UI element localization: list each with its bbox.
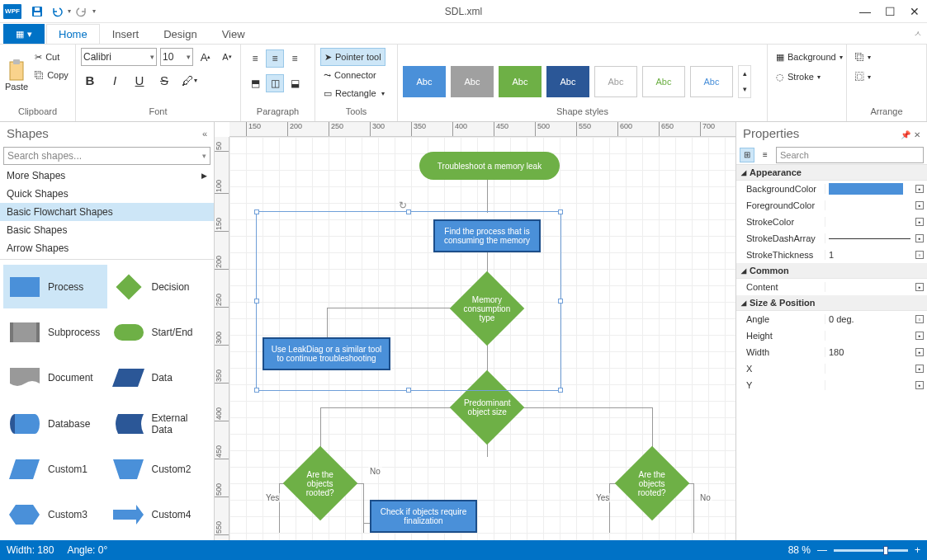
node-rooted-right[interactable]: Are the objects rooted? — [615, 446, 690, 521]
edge-label: No — [698, 493, 712, 502]
categorized-view-button[interactable]: ⊞ — [740, 148, 754, 162]
grow-font-button[interactable]: A▴ — [196, 48, 215, 66]
status-angle: Angle: 0° — [67, 544, 107, 556]
style-tile-outline-blue[interactable]: Abc — [690, 66, 733, 97]
tab-insert[interactable]: Insert — [100, 24, 152, 44]
collapse-icon[interactable]: « — [202, 129, 207, 139]
node-memory-type[interactable]: Memory consumption type — [450, 271, 525, 346]
style-tile-blue[interactable]: Abc — [403, 66, 446, 97]
shape-item-data[interactable]: Data — [107, 356, 211, 400]
shrink-font-button[interactable]: A▾ — [218, 48, 236, 66]
zoom-in-button[interactable]: + — [915, 544, 920, 556]
zoom-slider[interactable] — [834, 549, 908, 552]
shape-item-externaldata[interactable]: External Data — [107, 402, 211, 445]
shape-item-document[interactable]: Document — [3, 356, 107, 400]
prop-width[interactable]: Width180▪ — [736, 344, 927, 360]
prop-strokethickness[interactable]: StrokeThickness1▫ — [736, 247, 927, 263]
rotate-handle-icon[interactable]: ↻ — [399, 200, 407, 211]
prop-backgroundcolor[interactable]: BackgroundColor▪ — [736, 181, 927, 197]
valign-top-button[interactable]: ⬒ — [246, 74, 264, 92]
prop-x[interactable]: X▪ — [736, 360, 927, 377]
style-tile-outline-green[interactable]: Abc — [642, 66, 685, 97]
arrange-button-1[interactable]: ⿻▾ — [852, 48, 874, 66]
font-family-combo[interactable]: Calibri▾ — [81, 48, 157, 66]
shape-item-decision[interactable]: Decision — [107, 265, 211, 308]
tab-design[interactable]: Design — [151, 24, 209, 44]
strike-button[interactable]: S — [155, 71, 173, 89]
close-panel-icon[interactable]: ✕ — [914, 130, 920, 139]
category-more-shapes[interactable]: More Shapes▶ — [0, 167, 214, 185]
prop-strokecolor[interactable]: StrokeColor▪ — [736, 214, 927, 230]
font-color-button[interactable]: 🖊▾ — [180, 71, 198, 89]
node-leakdiag[interactable]: Use LeakDiag or a similar tool to contin… — [262, 337, 390, 370]
cut-button[interactable]: ✂Cut — [31, 48, 72, 66]
arrange-button-2[interactable]: ⿴▾ — [852, 68, 874, 86]
shape-item-process[interactable]: Process — [3, 265, 107, 308]
properties-search-input[interactable]: Search — [776, 147, 924, 163]
section-common[interactable]: ◢Common — [736, 263, 927, 279]
tab-home[interactable]: Home — [46, 24, 100, 44]
ribbon-collapse-button[interactable]: ㅅ — [914, 28, 922, 40]
paste-button[interactable]: Paste — [5, 48, 28, 99]
pointer-tool-button[interactable]: ➤Pointer tool — [320, 48, 385, 66]
properties-header: Properties 📌 ✕ — [736, 122, 927, 145]
prop-content[interactable]: Content▪ — [736, 279, 927, 295]
node-finalization[interactable]: Check if objects require finalization — [370, 500, 477, 533]
shape-item-custom4[interactable]: Custom4 — [107, 493, 211, 537]
file-tab[interactable]: ▦ ▾ — [3, 24, 45, 44]
tab-view[interactable]: View — [210, 24, 258, 44]
section-sizepos[interactable]: ◢Size & Position — [736, 295, 927, 311]
prop-foregroundcolor[interactable]: ForegroundColor▪ — [736, 197, 927, 214]
minimize-button[interactable]: — — [853, 0, 877, 23]
category-basic-flowchart[interactable]: Basic Flowchart Shapes — [0, 203, 214, 221]
prop-y[interactable]: Y▪ — [736, 377, 927, 393]
shape-item-database[interactable]: Database — [3, 402, 107, 445]
italic-button[interactable]: I — [106, 71, 124, 89]
close-button[interactable]: ✕ — [902, 0, 927, 23]
align-right-button[interactable]: ≡ — [286, 49, 304, 68]
style-tile-outline-gray[interactable]: Abc — [594, 66, 637, 97]
align-center-button[interactable]: ≡ — [266, 49, 284, 68]
style-tile-gray[interactable]: Abc — [451, 66, 494, 97]
connector-tool-button[interactable]: ⤳Connector — [320, 66, 380, 84]
undo-button[interactable] — [48, 2, 66, 21]
node-object-size[interactable]: Predominant object size — [450, 370, 525, 445]
underline-button[interactable]: U — [130, 71, 149, 89]
maximize-button[interactable]: ☐ — [877, 0, 902, 23]
stroke-button[interactable]: ◌Stroke▾ — [773, 68, 824, 86]
style-tile-green[interactable]: Abc — [499, 66, 542, 97]
node-find-process[interactable]: Find the process that is consuming the m… — [433, 219, 541, 252]
prop-height[interactable]: Height▪ — [736, 327, 927, 344]
valign-bottom-button[interactable]: ⬓ — [286, 74, 304, 92]
shape-item-custom1[interactable]: Custom1 — [3, 447, 107, 491]
shapes-search-input[interactable]: Search shapes... ▾ — [3, 147, 210, 165]
shape-item-custom3[interactable]: Custom3 — [3, 493, 107, 537]
pin-icon[interactable]: 📌 — [901, 130, 910, 139]
rectangle-tool-button[interactable]: ▭Rectangle▾ — [320, 84, 388, 102]
shape-item-custom2[interactable]: Custom2 — [107, 447, 211, 491]
copy-button[interactable]: ⿻Copy — [31, 66, 72, 84]
node-start[interactable]: Troubleshoot a memory leak — [419, 152, 560, 180]
prop-strokedasharray[interactable]: StrokeDashArray▪ — [736, 230, 927, 247]
category-arrow-shapes[interactable]: Arrow Shapes — [0, 239, 214, 257]
style-tile-navy[interactable]: Abc — [546, 66, 589, 97]
styles-more-button[interactable]: ▾ — [739, 82, 750, 97]
section-appearance[interactable]: ◢Appearance — [736, 165, 927, 181]
category-quick-shapes[interactable]: Quick Shapes — [0, 185, 214, 203]
category-basic-shapes[interactable]: Basic Shapes — [0, 221, 214, 239]
save-button[interactable] — [28, 2, 46, 21]
valign-middle-button[interactable]: ◫ — [266, 74, 284, 92]
shape-item-subprocess[interactable]: Subprocess — [3, 310, 107, 354]
shape-item-startend[interactable]: Start/End — [107, 310, 211, 354]
canvas[interactable]: Yes No Yes No ↻ Troubleshoot a memory le… — [229, 137, 735, 540]
align-left-button[interactable]: ≡ — [246, 49, 264, 68]
styles-up-button[interactable]: ▴ — [739, 66, 750, 82]
bold-button[interactable]: B — [81, 71, 99, 89]
prop-angle[interactable]: Angle0 deg.▫ — [736, 311, 927, 327]
background-button[interactable]: ▦Background▾ — [773, 48, 846, 66]
redo-button[interactable] — [73, 2, 91, 21]
font-size-combo[interactable]: 10▾ — [160, 48, 193, 66]
zoom-out-button[interactable]: — — [817, 544, 827, 556]
node-rooted-left[interactable]: Are the objects rooted? — [283, 446, 358, 521]
alpha-view-button[interactable]: ≡ — [758, 148, 773, 162]
